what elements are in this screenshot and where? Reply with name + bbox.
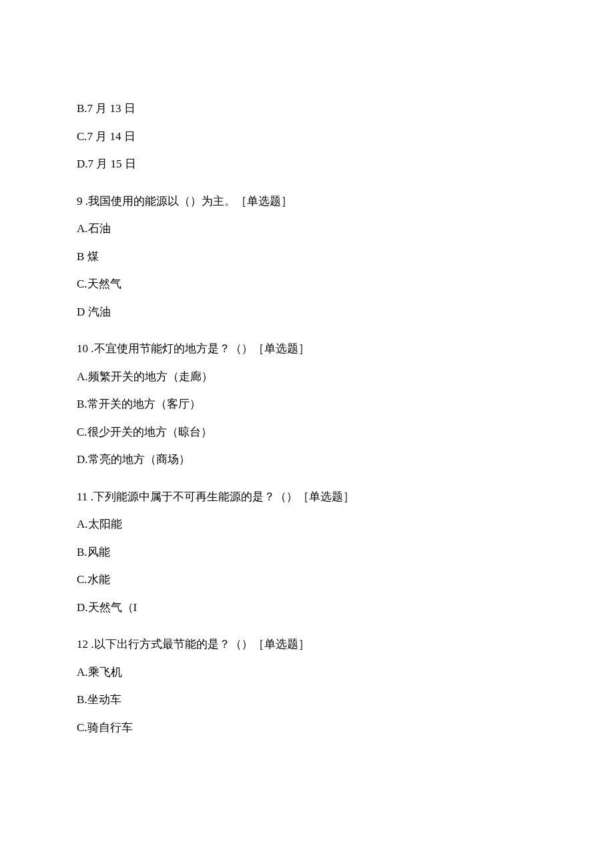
question-number: 10: [77, 342, 88, 355]
option-a: A.太阳能: [77, 516, 537, 533]
option-c: C.很少开关的地方（晾台）: [77, 424, 537, 441]
question-number: 11: [77, 490, 87, 503]
question-text: 10 .不宜使用节能灯的地方是？（）［单选题］: [77, 340, 537, 358]
question-stem: .下列能源中属于不可再生能源的是？（）［单选题］: [87, 490, 354, 503]
option-d: D.天然气（I: [77, 599, 537, 616]
question-number: 12: [77, 638, 88, 650]
question-text: 11 .下列能源中属于不可再生能源的是？（）［单选题］: [77, 488, 537, 506]
question-10: 10 .不宜使用节能灯的地方是？（）［单选题］ A.频繁开关的地方（走廊） B.…: [77, 340, 537, 468]
option-a: A.乘飞机: [77, 664, 537, 681]
question-partial: B.7 月 13 日 C.7 月 14 日 D.7 月 15 日: [77, 100, 537, 173]
option-b: B 煤: [77, 248, 537, 266]
question-stem: .以下出行方式最节能的是？（）［单选题］: [88, 638, 310, 650]
option-c: C.天然气: [77, 276, 537, 293]
question-text: 12 .以下出行方式最节能的是？（）［单选题］: [77, 636, 537, 653]
question-12: 12 .以下出行方式最节能的是？（）［单选题］ A.乘飞机 B.坐动车 C.骑自…: [77, 636, 537, 736]
question-text: 9 .我国使用的能源以（）为主。［单选题］: [77, 193, 537, 210]
option-d: D.7 月 15 日: [77, 155, 537, 173]
question-number: 9: [77, 195, 83, 207]
option-b: B.7 月 13 日: [77, 100, 537, 117]
option-d: D 汽油: [77, 304, 537, 321]
option-c: C.水能: [77, 571, 537, 588]
option-a: A.石油: [77, 220, 537, 238]
question-11: 11 .下列能源中属于不可再生能源的是？（）［单选题］ A.太阳能 B.风能 C…: [77, 488, 537, 616]
option-c: C.骑自行车: [77, 719, 537, 737]
question-stem: .我国使用的能源以（）为主。［单选题］: [83, 195, 293, 207]
option-b: B.风能: [77, 544, 537, 561]
question-stem: .不宜使用节能灯的地方是？（）［单选题］: [88, 342, 310, 355]
option-d: D.常亮的地方（商场）: [77, 451, 537, 468]
option-c: C.7 月 14 日: [77, 128, 537, 145]
option-b: B.坐动车: [77, 691, 537, 709]
option-b: B.常开关的地方（客厅）: [77, 396, 537, 413]
question-9: 9 .我国使用的能源以（）为主。［单选题］ A.石油 B 煤 C.天然气 D 汽…: [77, 193, 537, 321]
option-a: A.频繁开关的地方（走廊）: [77, 368, 537, 386]
